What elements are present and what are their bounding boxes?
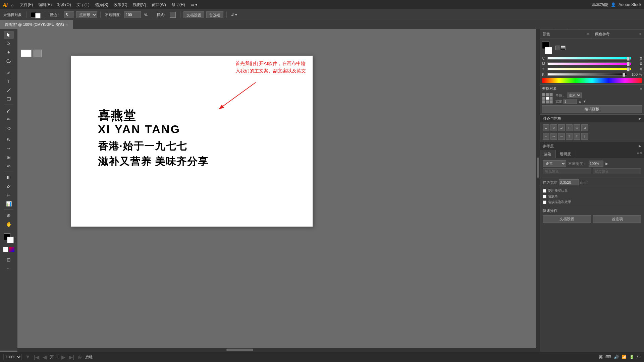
stroke-color-box[interactable] bbox=[30, 10, 42, 19]
tab-close-button[interactable]: × bbox=[66, 23, 68, 26]
lasso-tool[interactable] bbox=[4, 57, 14, 65]
dist-rh-icon[interactable]: ⇒ bbox=[558, 133, 565, 140]
menu-view[interactable]: 视图(V) bbox=[131, 1, 148, 8]
none-color[interactable] bbox=[3, 247, 8, 252]
gradient-color[interactable] bbox=[9, 247, 14, 252]
align-top-icon[interactable]: ⊓ bbox=[566, 124, 573, 131]
security-icon[interactable]: 🛡 bbox=[637, 355, 641, 359]
width-input[interactable] bbox=[564, 99, 577, 104]
adobe-stock[interactable]: Adobe Stock bbox=[619, 2, 641, 7]
style-swatch[interactable] bbox=[168, 11, 177, 18]
menu-object[interactable]: 对象(O) bbox=[55, 1, 73, 8]
pencil-tool[interactable]: ✏ bbox=[4, 115, 14, 123]
dist-ch-icon[interactable]: ⇔ bbox=[550, 133, 557, 140]
align-left-icon[interactable]: ⊏ bbox=[543, 124, 549, 131]
edit-artboard-button[interactable]: 编辑画板 bbox=[542, 105, 642, 113]
blend-mode-select[interactable]: 正常 bbox=[543, 160, 566, 167]
home-icon[interactable]: ⌂ bbox=[11, 2, 14, 7]
user-icon[interactable]: 👤 bbox=[611, 2, 616, 7]
bg-color-swatch[interactable] bbox=[545, 47, 552, 54]
hand-tool[interactable]: ✋ bbox=[4, 220, 14, 228]
artboard-tool-btn[interactable]: ⊡ bbox=[4, 256, 14, 264]
c-slider[interactable] bbox=[547, 57, 631, 60]
grayscale-icon[interactable] bbox=[561, 46, 566, 50]
input-icon[interactable]: ⌨ bbox=[605, 355, 611, 359]
align-grid-header[interactable]: 对齐与网格 ▶ bbox=[540, 115, 644, 122]
tab-stroke[interactable]: 描边 bbox=[540, 150, 556, 158]
stroke-opacity-options[interactable]: ≡ × bbox=[635, 150, 644, 158]
doc-settings-button[interactable]: 文档设置 bbox=[183, 11, 204, 18]
paintbrush-tool[interactable] bbox=[4, 107, 14, 115]
zoom-tool[interactable]: ⊕ bbox=[4, 212, 14, 220]
shape-tool[interactable] bbox=[4, 95, 14, 103]
graph-tool[interactable]: 📊 bbox=[4, 200, 14, 208]
use-preview-border-checkbox[interactable] bbox=[543, 189, 546, 193]
align-center-v-icon[interactable]: ⊟ bbox=[574, 124, 580, 131]
opacity-arrow-icon[interactable]: ▶ bbox=[605, 162, 608, 166]
menu-file[interactable]: 文件(F) bbox=[18, 1, 35, 8]
menu-mode[interactable]: ▭ ▾ bbox=[189, 2, 199, 8]
dist-h-icon[interactable]: ⇐ bbox=[543, 133, 549, 140]
eyedropper-tool[interactable] bbox=[4, 182, 14, 190]
blend-tool[interactable]: ∞ bbox=[4, 162, 14, 170]
h-scroll-thumb[interactable] bbox=[226, 349, 253, 351]
pen-tool[interactable] bbox=[4, 69, 14, 77]
gradient-tool[interactable] bbox=[4, 174, 14, 182]
dist-bv-icon[interactable]: ⇓ bbox=[581, 133, 588, 140]
network-icon[interactable]: 📶 bbox=[622, 355, 627, 359]
type-tool[interactable]: T bbox=[4, 77, 14, 85]
color-panel-header[interactable]: 颜色 ≡ bbox=[540, 29, 592, 39]
eraser-tool[interactable]: ◇ bbox=[4, 124, 14, 132]
line-tool[interactable] bbox=[4, 86, 14, 94]
tab-document[interactable]: 喜燕堂* @ 100% (CMYK/GPU 预览) × bbox=[0, 20, 73, 29]
scale-tool[interactable]: ⊞ bbox=[4, 153, 14, 161]
stroke-weight-input[interactable] bbox=[64, 11, 74, 18]
opacity-value-input[interactable] bbox=[589, 161, 603, 167]
workspace-label[interactable]: 基本功能 bbox=[592, 2, 608, 8]
menu-type[interactable]: 文字(T) bbox=[74, 1, 92, 8]
align-bottom-icon[interactable]: ⊔ bbox=[581, 124, 588, 131]
dist-cv-icon[interactable]: ⇕ bbox=[574, 133, 580, 140]
menu-window[interactable]: 窗口(W) bbox=[150, 1, 168, 8]
stroke-width-input[interactable] bbox=[559, 179, 579, 185]
transform-options[interactable]: ≡ bbox=[640, 87, 642, 90]
battery-icon[interactable]: 🔋 bbox=[629, 355, 634, 359]
color-spectrum[interactable] bbox=[542, 78, 642, 83]
qa-preferences-btn[interactable]: 首选项 bbox=[593, 215, 641, 223]
direct-selection-tool[interactable] bbox=[4, 40, 14, 48]
ime-icon[interactable]: 英 bbox=[599, 354, 603, 360]
stroke-type-select[interactable]: 点画形 bbox=[76, 11, 97, 18]
magic-wand-tool[interactable]: ✦ bbox=[4, 48, 14, 56]
foreground-background-colors[interactable] bbox=[4, 233, 14, 243]
brush-label[interactable]: 描边： bbox=[48, 12, 62, 18]
zoom-select[interactable]: 100% bbox=[3, 354, 22, 360]
arrange-icon[interactable]: ⇵ ▾ bbox=[230, 12, 238, 18]
selection-tool[interactable] bbox=[4, 31, 14, 39]
background-color[interactable] bbox=[7, 237, 14, 243]
align-center-h-icon[interactable]: ⊝ bbox=[550, 124, 557, 131]
dist-v-icon[interactable]: ⇑ bbox=[566, 133, 573, 140]
vertical-scrollbar[interactable] bbox=[536, 29, 540, 348]
measure-tool[interactable]: ⊢ bbox=[4, 191, 14, 199]
menu-help[interactable]: 帮助(H) bbox=[169, 1, 187, 8]
reference-expand-icon[interactable]: ▶ bbox=[639, 144, 641, 148]
opacity-input[interactable] bbox=[124, 11, 141, 18]
align-right-icon[interactable]: ⊐ bbox=[558, 124, 565, 131]
more-tools[interactable]: ··· bbox=[4, 264, 14, 273]
unit-select[interactable]: 毫米 bbox=[567, 93, 582, 98]
reference-point-grid[interactable] bbox=[542, 93, 553, 104]
width-down-btn[interactable]: ▼ bbox=[583, 100, 586, 103]
width-up-btn[interactable]: ▲ bbox=[578, 100, 582, 103]
horizontal-scrollbar[interactable] bbox=[17, 348, 540, 352]
expand-corners-checkbox[interactable] bbox=[543, 195, 546, 198]
align-grid-expand[interactable]: ▶ bbox=[639, 117, 641, 120]
rotate-tool[interactable]: ↻ bbox=[4, 136, 14, 144]
expand-stroke-effect-checkbox[interactable] bbox=[543, 200, 546, 204]
color-options-icon[interactable]: ≡ bbox=[587, 32, 589, 36]
speaker-icon[interactable]: 🔊 bbox=[614, 355, 619, 359]
k-slider[interactable] bbox=[547, 73, 627, 76]
color-ref-options-icon[interactable]: ≡ bbox=[639, 32, 641, 36]
v-scroll-thumb[interactable] bbox=[537, 158, 539, 178]
m-slider[interactable] bbox=[547, 62, 631, 65]
qa-doc-settings-btn[interactable]: 文档设置 bbox=[543, 215, 591, 223]
